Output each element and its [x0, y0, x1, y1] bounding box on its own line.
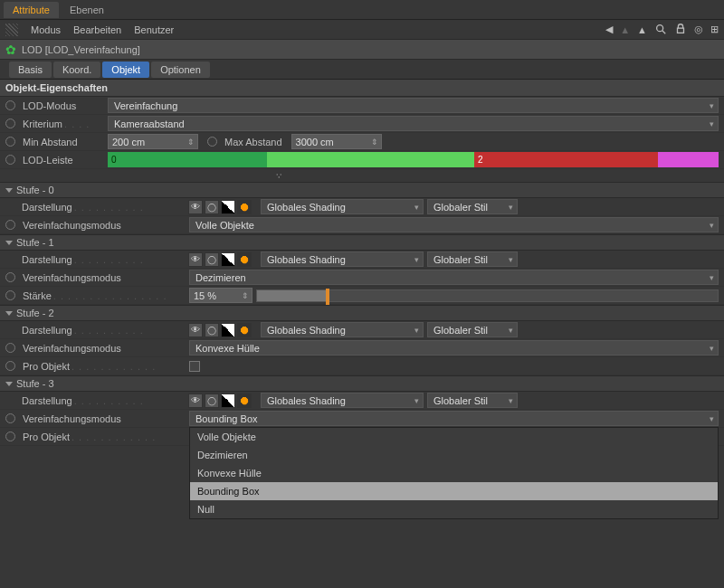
menu-benutzer[interactable]: Benutzer	[134, 24, 174, 35]
stage-2-header[interactable]: Stufe - 2	[0, 305, 724, 321]
radio-simpl-2[interactable]	[5, 343, 15, 353]
menu-bearbeiten[interactable]: Bearbeiten	[73, 24, 121, 35]
option-dezimieren[interactable]: Dezimieren	[190, 446, 718, 464]
radio-max-abstand[interactable]	[207, 137, 217, 147]
shading-icon[interactable]	[237, 323, 252, 337]
option-volle-objekte[interactable]: Volle Objekte	[190, 428, 718, 446]
label-simpl-1: Vereinfachungsmodus	[23, 272, 121, 283]
radio-min-abstand[interactable]	[5, 137, 15, 147]
visibility-icon[interactable]	[188, 394, 203, 408]
option-bounding-box[interactable]: Bounding Box	[190, 482, 718, 500]
tab-basis[interactable]: Basis	[9, 62, 52, 78]
tab-optionen[interactable]: Optionen	[151, 62, 210, 78]
dropdown-kriterium[interactable]: Kameraabstand	[108, 116, 719, 131]
visibility-icon[interactable]	[188, 200, 203, 214]
render-icon[interactable]: ◯	[205, 394, 219, 408]
label-darstellung-0: Darstellung	[22, 202, 72, 213]
radio-perobj-3[interactable]	[5, 432, 15, 441]
visibility-icon[interactable]	[188, 323, 203, 337]
checker-icon[interactable]	[221, 394, 235, 408]
camera-marker-icon: ⸪	[276, 170, 281, 181]
radio-perobj-2[interactable]	[5, 361, 15, 371]
radio-simpl-3[interactable]	[5, 413, 15, 423]
dropdown-simpl-2[interactable]: Konvexe Hülle	[189, 340, 719, 356]
checker-icon[interactable]	[221, 323, 235, 337]
label-perobj-3: Pro Objekt	[23, 432, 70, 442]
field-max-abstand[interactable]: 3000 cm	[291, 134, 382, 149]
section-title: Objekt-Eigenschaften	[0, 80, 724, 97]
render-icon[interactable]: ◯	[205, 200, 219, 214]
disclosure-icon	[5, 188, 13, 193]
radio-strength-1[interactable]	[5, 290, 15, 300]
stage-3-header[interactable]: Stufe - 3	[0, 375, 724, 392]
stage-0-title: Stufe - 0	[16, 185, 54, 195]
radio-lod-leiste[interactable]	[5, 155, 15, 165]
option-konvexe-huelle[interactable]: Konvexe Hülle	[190, 464, 718, 482]
lod-segment-0[interactable]: 0	[108, 152, 267, 167]
back-arrow-icon[interactable]: ◀	[605, 24, 613, 35]
stage-0-header[interactable]: Stufe - 0	[0, 182, 724, 198]
radio-simpl-0[interactable]	[5, 220, 15, 230]
visibility-icon[interactable]	[188, 252, 203, 267]
dropdown-shading-1[interactable]: Globales Shading	[261, 251, 424, 267]
up-icon[interactable]: ▲	[620, 24, 630, 35]
dropdown-simpl-3-list: Volle Objekte Dezimieren Konvexe Hülle B…	[189, 427, 719, 519]
dropdown-simpl-0[interactable]: Volle Objekte	[189, 217, 719, 232]
stage-1-title: Stufe - 1	[16, 237, 54, 248]
disclosure-icon	[5, 241, 13, 245]
field-strength-1[interactable]: 15 %	[189, 288, 252, 303]
checker-icon[interactable]	[221, 200, 235, 214]
dropdown-lod-modus[interactable]: Vereinfachung	[108, 98, 719, 113]
radio-lod-modus[interactable]	[5, 100, 15, 110]
dropdown-style-2[interactable]: Globaler Stil	[427, 322, 518, 337]
label-darstellung-2: Darstellung	[22, 325, 72, 336]
radio-kriterium[interactable]	[5, 119, 15, 128]
render-icon[interactable]: ◯	[205, 323, 219, 337]
stage-3-title: Stufe - 3	[16, 378, 54, 389]
nav-arrow-icon[interactable]: ▲	[637, 24, 647, 35]
stage-1-header[interactable]: Stufe - 1	[0, 234, 724, 251]
disclosure-icon	[5, 311, 13, 316]
label-perobj-2: Pro Objekt	[23, 361, 70, 372]
tab-objekt[interactable]: Objekt	[102, 62, 149, 78]
field-min-abstand[interactable]: 200 cm	[108, 134, 198, 149]
dropdown-shading-2[interactable]: Globales Shading	[261, 322, 424, 337]
shading-icon[interactable]	[237, 394, 252, 408]
search-icon[interactable]	[654, 23, 667, 37]
label-lod-leiste: LOD-Leiste	[23, 155, 73, 166]
label-min-abstand: Min Abstand	[23, 137, 78, 147]
label-darstellung-1: Darstellung	[22, 254, 72, 265]
dropdown-style-0[interactable]: Globaler Stil	[427, 199, 518, 214]
dropdown-style-3[interactable]: Globaler Stil	[427, 393, 518, 408]
lod-segment-1[interactable]	[267, 152, 475, 167]
option-null[interactable]: Null	[190, 500, 718, 518]
tab-koord[interactable]: Koord.	[53, 62, 100, 78]
checker-icon[interactable]	[221, 252, 235, 267]
radio-simpl-1[interactable]	[5, 272, 15, 282]
lod-segment-3[interactable]	[658, 152, 719, 167]
dropdown-shading-3[interactable]: Globales Shading	[261, 393, 424, 408]
tab-ebenen[interactable]: Ebenen	[61, 2, 113, 18]
menu-modus[interactable]: Modus	[31, 24, 61, 35]
shading-icon[interactable]	[237, 252, 252, 267]
dropdown-simpl-3[interactable]: Bounding Box Volle Objekte Dezimieren Ko…	[189, 411, 719, 426]
tab-attribute[interactable]: Attribute	[4, 2, 59, 18]
render-icon[interactable]: ◯	[205, 252, 219, 267]
svg-rect-2	[678, 28, 684, 33]
dropdown-style-1[interactable]: Globaler Stil	[427, 251, 518, 267]
shading-icon[interactable]	[237, 200, 252, 214]
dropdown-shading-0[interactable]: Globales Shading	[261, 199, 424, 214]
dropdown-simpl-3-selected[interactable]: Bounding Box	[189, 411, 719, 426]
panel-tab-strip: Attribute Ebenen	[0, 0, 724, 20]
target-icon[interactable]: ◎	[694, 24, 703, 35]
new-window-icon[interactable]: ⊞	[710, 24, 719, 35]
checkbox-perobj-2[interactable]	[189, 361, 200, 372]
label-simpl-2: Vereinfachungsmodus	[23, 343, 121, 354]
lod-segment-2[interactable]: 2	[474, 152, 658, 167]
lod-bar[interactable]: 0 2	[108, 152, 719, 167]
lock-icon[interactable]	[674, 23, 687, 37]
slider-strength-1[interactable]	[256, 289, 719, 302]
label-lod-modus: LOD-Modus	[23, 100, 76, 111]
dropdown-simpl-1[interactable]: Dezimieren	[189, 270, 719, 285]
label-simpl-3: Vereinfachungsmodus	[23, 413, 121, 424]
